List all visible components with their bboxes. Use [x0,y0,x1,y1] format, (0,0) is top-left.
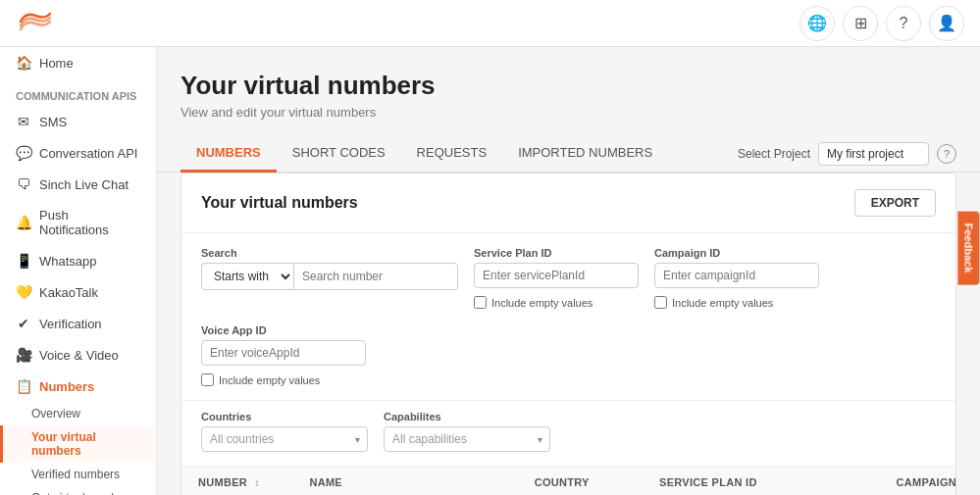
sidebar-item-home[interactable]: 🏠 Home [0,47,156,78]
bell-icon: 🔔 [16,215,31,230]
sidebar-item-numbers[interactable]: 📋 Numbers [0,371,156,402]
sort-icon-number[interactable]: ↕ [254,477,259,488]
service-plan-filter-group: Service Plan ID Include empty values [474,247,639,309]
kakaotalk-icon: 💛 [16,284,31,300]
filters-row-2: Countries All countries ▾ Capabilites Al… [181,401,955,467]
sidebar-sub-verified-numbers[interactable]: Verified numbers [0,463,156,486]
project-select[interactable]: My first project Project 2 [818,142,929,166]
help-button[interactable]: ? [886,6,921,41]
search-filter-group: Search Starts with Contains Equals [201,247,458,290]
col-country: COUNTRY [519,467,644,495]
whatsapp-icon: 📱 [16,253,31,269]
logo [16,8,55,38]
search-filter-label: Search [201,247,458,259]
sidebar-item-voice-video[interactable]: 🎥 Voice & Video [0,339,156,371]
sidebar-item-verification[interactable]: ✔ Verification [0,308,156,339]
feedback-tab[interactable]: Feedback [958,211,980,284]
voice-app-empty-checkbox[interactable] [201,373,214,386]
service-plan-empty-row: Include empty values [474,296,639,309]
capabilities-label: Capabilites [384,411,550,422]
capabilities-select[interactable]: All capabilities [384,426,550,452]
main-header: Your virtual numbers View and edit your … [157,47,980,120]
col-number: NUMBER ↕ [182,467,293,495]
select-project-label: Select Project [738,147,810,161]
grid-button[interactable]: ⊞ [843,6,878,41]
service-plan-empty-checkbox[interactable] [474,296,487,309]
panel-header: Your virtual numbers EXPORT [181,173,955,233]
sidebar-sub-overview[interactable]: Overview [0,402,156,425]
sidebar-item-sinch-live-chat[interactable]: 🗨 Sinch Live Chat [0,169,156,200]
service-plan-empty-label: Include empty values [491,297,593,309]
col-service-plan: SERVICE PLAN ID [644,467,881,495]
main-content: Your virtual numbers View and edit your … [157,47,980,495]
sidebar-home-label: Home [39,56,74,71]
voice-app-input[interactable] [201,340,366,366]
sidebar-voice-label: Voice & Video [39,348,119,363]
campaign-empty-checkbox[interactable] [654,296,667,309]
countries-label: Countries [201,411,368,422]
search-filter-inner: Starts with Contains Equals [201,263,458,290]
sidebar-sub-virtual-numbers[interactable]: Your virtual numbers [0,425,156,463]
tab-requests[interactable]: REQUESTS [401,135,503,173]
sidebar-sub-get-virtual[interactable]: Get virtual numbers [0,486,156,495]
tabs-bar: NUMBERS SHORT CODES REQUESTS IMPORTED NU… [157,135,980,173]
sidebar-kakao-label: KakaoTalk [39,285,98,300]
voice-app-filter-group: Voice App ID Include empty values [201,324,366,386]
home-icon: 🏠 [16,55,31,71]
panel-title: Your virtual numbers [201,194,358,212]
campaign-empty-label: Include empty values [672,297,773,309]
sidebar-chat-label: Sinch Live Chat [39,177,129,192]
tab-help-icon[interactable]: ? [937,144,956,164]
sidebar-item-whatsapp[interactable]: 📱 Whatsapp [0,245,156,276]
tab-short-codes[interactable]: SHORT CODES [277,135,401,173]
table-header-row: NUMBER ↕ NAME COUNTRY SERVICE PLAN ID CA… [182,467,955,495]
countries-filter-group: Countries All countries ▾ [201,411,368,452]
campaign-empty-row: Include empty values [654,296,819,309]
voice-app-empty-row: Include empty values [201,373,366,386]
content-panel: Your virtual numbers EXPORT Search Start… [181,173,956,495]
col-campaign: CAMPAIGN ID [881,467,955,495]
tab-numbers[interactable]: NUMBERS [181,135,277,173]
virtual-numbers-table: NUMBER ↕ NAME COUNTRY SERVICE PLAN ID CA… [181,467,955,495]
top-nav-right: 🌐 ⊞ ? 👤 [799,6,964,41]
numbers-icon: 📋 [16,378,31,394]
capabilities-filter-group: Capabilites All capabilities ▾ [384,411,550,452]
sidebar-item-kakaotalk[interactable]: 💛 KakaoTalk [0,276,156,308]
campaign-filter-group: Campaign ID Include empty values [654,247,819,309]
chat-icon: 🗨 [16,176,31,192]
verification-icon: ✔ [16,316,31,331]
service-plan-label: Service Plan ID [474,247,639,259]
campaign-input[interactable] [654,263,819,288]
page-subtitle: View and edit your virtual numbers [181,105,956,120]
countries-select[interactable]: All countries [201,426,368,452]
sidebar-section-label: Communication APIs [0,78,156,106]
sidebar-verification-label: Verification [39,317,102,331]
sidebar-whatsapp-label: Whatsapp [39,254,97,269]
sidebar: 🏠 Home Communication APIs ✉ SMS 💬 Conver… [0,47,157,495]
service-plan-input[interactable] [474,263,639,288]
sidebar-item-sms[interactable]: ✉ SMS [0,106,156,137]
table-wrap: NUMBER ↕ NAME COUNTRY SERVICE PLAN ID CA… [181,467,955,495]
sidebar-numbers-label: Numbers [39,379,94,394]
filters-row-1: Search Starts with Contains Equals Servi… [181,233,955,401]
sidebar-push-label: Push Notifications [39,208,140,237]
col-name: NAME [293,467,518,495]
tab-imported-numbers[interactable]: IMPORTED NUMBERS [502,135,668,173]
page-title: Your virtual numbers [181,71,956,101]
sidebar-conversation-label: Conversation API [39,146,137,161]
voice-video-icon: 🎥 [16,347,31,363]
sms-icon: ✉ [16,114,31,129]
sidebar-item-conversation-api[interactable]: 💬 Conversation API [0,137,156,169]
layout: 🏠 Home Communication APIs ✉ SMS 💬 Conver… [0,47,980,495]
sidebar-sms-label: SMS [39,115,67,129]
globe-button[interactable]: 🌐 [799,6,835,41]
search-operator-select[interactable]: Starts with Contains Equals [201,263,293,290]
voice-app-empty-label: Include empty values [219,374,320,386]
sidebar-item-push-notifications[interactable]: 🔔 Push Notifications [0,200,156,245]
conversation-icon: 💬 [16,145,31,161]
campaign-label: Campaign ID [654,247,819,259]
user-button[interactable]: 👤 [929,6,964,41]
export-button[interactable]: EXPORT [854,189,936,217]
top-nav: 🌐 ⊞ ? 👤 [0,0,980,47]
search-input[interactable] [293,263,458,290]
